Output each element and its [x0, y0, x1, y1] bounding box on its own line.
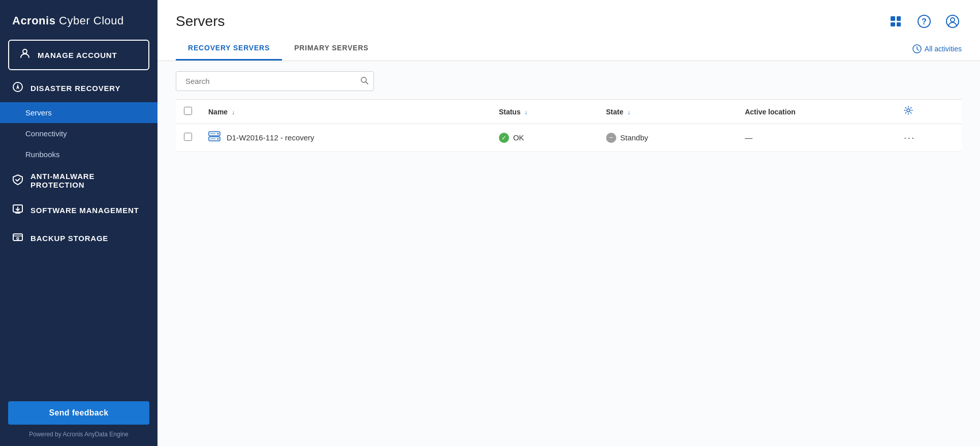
state-indicator — [606, 133, 616, 143]
row-more-actions[interactable]: ··· — [896, 124, 962, 152]
row-name-cell: D1-W2016-112 - recovery — [200, 124, 491, 152]
sidebar-spacer — [0, 252, 157, 401]
manage-account-label: MANAGE ACCOUNT — [38, 51, 117, 60]
topbar-icons: ? — [887, 12, 962, 31]
state-label: Standby — [620, 133, 648, 142]
svg-point-0 — [23, 49, 27, 53]
row-checkbox — [176, 124, 200, 152]
status-label: OK — [513, 133, 524, 142]
col-header-name[interactable]: Name ↓ — [200, 100, 491, 124]
help-icon[interactable]: ? — [915, 12, 933, 31]
svg-point-9 — [951, 18, 955, 22]
search-icon[interactable] — [360, 76, 368, 86]
all-activities-label: All activities — [925, 45, 962, 53]
server-name-container: D1-W2016-112 - recovery — [208, 131, 483, 144]
sidebar-section-software-mgmt[interactable]: SOFTWARE MANAGEMENT — [0, 196, 157, 224]
row-select-checkbox[interactable] — [184, 133, 192, 141]
state-sort-icon: ↓ — [627, 109, 630, 116]
logo-brand: Acronis — [12, 14, 55, 27]
search-bar — [176, 71, 374, 91]
sidebar-footer: Powered by Acronis AnyData Engine — [0, 431, 157, 446]
page-title: Servers — [176, 13, 225, 29]
topbar: Servers ? — [157, 0, 980, 31]
apps-grid-icon[interactable] — [887, 12, 905, 31]
server-name: D1-W2016-112 - recovery — [227, 133, 314, 142]
all-activities-link[interactable]: All activities — [912, 44, 962, 53]
logo-product: Cyber Cloud — [55, 14, 123, 27]
svg-marker-2 — [16, 84, 19, 90]
sidebar-item-runbooks[interactable]: Runbooks — [0, 144, 157, 165]
col-header-settings[interactable] — [896, 100, 962, 124]
servers-table: Name ↓ Status ↓ State ↓ Active location — [176, 99, 962, 152]
manage-account-button[interactable]: MANAGE ACCOUNT — [8, 40, 149, 70]
backup-storage-icon — [12, 231, 23, 245]
sidebar-label-disaster-recovery: DISASTER RECOVERY — [30, 84, 120, 93]
app-logo: Acronis Cyber Cloud — [0, 0, 157, 40]
table-area: Name ↓ Status ↓ State ↓ Active location — [157, 61, 980, 446]
tabs: RECOVERY SERVERS PRIMARY SERVERS — [176, 37, 381, 61]
svg-point-16 — [217, 138, 219, 140]
disaster-recovery-icon — [12, 81, 23, 95]
main-content: Servers ? — [157, 0, 980, 446]
status-sort-icon: ↓ — [525, 109, 528, 116]
svg-point-12 — [907, 109, 910, 112]
status-ok-indicator — [499, 133, 509, 143]
sidebar-section-anti-malware[interactable]: ANTI-MALWARE PROTECTION — [0, 165, 157, 196]
col-header-checkbox — [176, 100, 200, 124]
svg-point-5 — [17, 237, 19, 240]
send-feedback-button[interactable]: Send feedback — [8, 401, 149, 425]
state-standby-container: Standby — [606, 133, 729, 143]
software-mgmt-icon — [12, 203, 23, 217]
tab-recovery-servers[interactable]: RECOVERY SERVERS — [176, 37, 282, 61]
row-state-cell: Standby — [598, 124, 737, 152]
user-account-icon[interactable] — [943, 12, 962, 31]
svg-point-15 — [217, 133, 219, 135]
tabs-bar: RECOVERY SERVERS PRIMARY SERVERS All act… — [157, 37, 980, 61]
table-row: D1-W2016-112 - recovery OK Standby — [176, 124, 962, 152]
row-more-icon[interactable]: ··· — [904, 132, 915, 143]
sidebar-label-anti-malware: ANTI-MALWARE PROTECTION — [30, 172, 145, 189]
sidebar-section-backup-storage[interactable]: BACKUP STORAGE — [0, 224, 157, 252]
anti-malware-icon — [12, 174, 23, 188]
col-header-state[interactable]: State ↓ — [598, 100, 737, 124]
row-status-cell: OK — [491, 124, 598, 152]
select-all-checkbox[interactable] — [184, 107, 192, 115]
manage-account-icon — [19, 48, 30, 62]
svg-text:?: ? — [922, 17, 927, 26]
sidebar-label-software-mgmt: SOFTWARE MANAGEMENT — [30, 206, 139, 215]
column-settings-icon[interactable] — [904, 107, 913, 117]
sidebar-item-servers[interactable]: Servers — [0, 102, 157, 123]
search-input[interactable] — [181, 72, 360, 91]
status-ok-container: OK — [499, 133, 590, 143]
grid-icon-inner — [891, 16, 901, 26]
disaster-recovery-subnav: Servers Connectivity Runbooks — [0, 102, 157, 165]
name-sort-icon: ↓ — [232, 109, 235, 116]
server-icon — [208, 131, 220, 144]
col-header-status[interactable]: Status ↓ — [491, 100, 598, 124]
sidebar: Acronis Cyber Cloud MANAGE ACCOUNT DISAS… — [0, 0, 157, 446]
col-header-active-location: Active location — [737, 100, 896, 124]
row-active-location: — — [737, 124, 896, 152]
sidebar-section-disaster-recovery[interactable]: DISASTER RECOVERY — [0, 74, 157, 102]
sidebar-item-connectivity[interactable]: Connectivity — [0, 123, 157, 144]
tab-primary-servers[interactable]: PRIMARY SERVERS — [282, 37, 381, 61]
sidebar-label-backup-storage: BACKUP STORAGE — [30, 234, 108, 243]
